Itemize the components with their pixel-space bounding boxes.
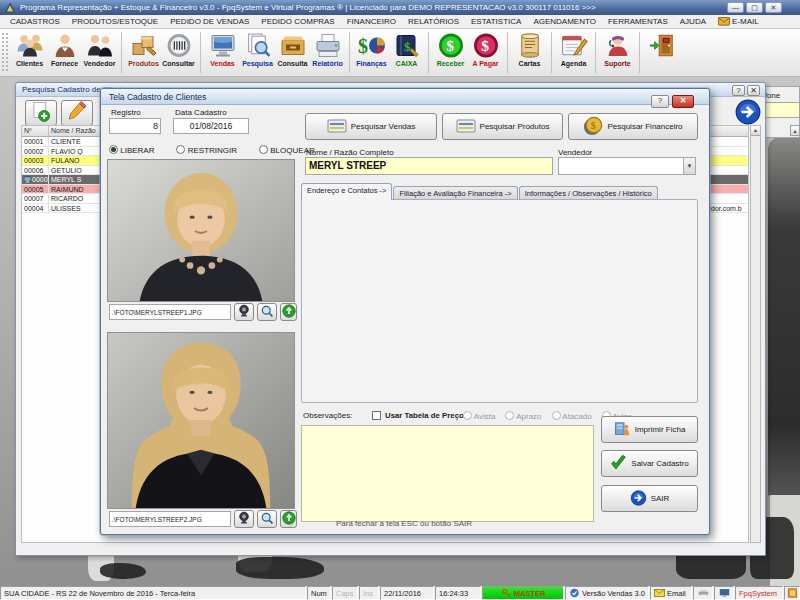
maximize-button[interactable]: ▢ (746, 2, 763, 13)
menu-item-pedido-de-vendas[interactable]: PEDIDO DE VENDAS (164, 16, 255, 27)
monitor-status-icon[interactable] (714, 586, 734, 600)
menu-item-pedido-compras[interactable]: PEDIDO COMPRAS (255, 16, 340, 27)
edit-record-button[interactable] (61, 100, 93, 126)
toolbar-separator (551, 32, 552, 73)
new-record-button[interactable] (25, 100, 57, 126)
button-sair[interactable]: SAIR (601, 485, 698, 512)
data-cadastro-input[interactable] (173, 118, 249, 134)
status-email[interactable]: Email (650, 586, 692, 600)
close-search-button[interactable]: ✕ (747, 85, 760, 96)
clients-icon (16, 32, 44, 61)
app-title-bar: Programa Representação + Estoque & Finan… (0, 0, 800, 15)
status-num: Num (307, 586, 331, 600)
price-radio-atacado[interactable]: Atacado (552, 411, 592, 421)
toolbar-button-a-pagar[interactable]: $A Pagar (468, 30, 503, 75)
menu-item-relat-rios[interactable]: RELATÓRIOS (402, 16, 465, 27)
menu-item-ferramentas[interactable]: FERRAMENTAS (602, 16, 674, 27)
close-button[interactable]: ✕ (765, 2, 782, 13)
toolbar-button-label: Consulta (278, 60, 308, 67)
dialog-close-button[interactable]: ✕ (672, 95, 694, 108)
scroll-up-icon[interactable]: ▲ (790, 125, 800, 136)
toolbar-button-exit[interactable] (644, 30, 679, 75)
photo1-load-button[interactable] (280, 303, 297, 321)
phone-filter-input[interactable] (763, 102, 800, 118)
menu-item-ajuda[interactable]: AJUDA (674, 16, 712, 27)
toolbar-button-label: Clientes (16, 60, 43, 67)
new-record-icon (30, 101, 52, 125)
help-button[interactable]: ? (732, 85, 745, 96)
button-imprimir-ficha[interactable]: Imprimir Ficha (601, 416, 698, 443)
photo1-camera-button[interactable] (234, 303, 254, 321)
status-radio-liberar[interactable]: LIBERAR (109, 145, 154, 155)
toolbar-button-clientes[interactable]: Clientes (12, 30, 47, 75)
menu-item-e-mail[interactable]: E-MAIL (712, 16, 765, 27)
toolbar-button-label: Consultar (162, 60, 195, 67)
price-radio-avista[interactable]: Avista (463, 411, 495, 421)
scroll-up-icon[interactable]: ▲ (751, 126, 760, 136)
toolbar-button-vendedor[interactable]: Vendedor (82, 30, 117, 75)
barcode-icon (165, 32, 193, 61)
cell-num: 00001 (22, 137, 49, 146)
upload-icon (282, 304, 296, 320)
toolbar-button-produtos[interactable]: Produtos (126, 30, 161, 75)
menu-item-financeiro[interactable]: FINANCEIRO (341, 16, 402, 27)
tab-filiacao[interactable]: Filiação e Avaliação Financeira -> (393, 186, 517, 200)
menu-item-cadastros[interactable]: CADASTROS (4, 16, 66, 27)
dialog-title-bar[interactable]: Tela Cadastro de Clientes (101, 89, 709, 105)
nome-input[interactable]: MERYL STREEP (305, 157, 553, 175)
status-bar: SUA CIDADE - RS 22 de Novembro de 2016 -… (0, 586, 800, 600)
button-pesquisar-financeiro[interactable]: $Pesquisar Financeiro (568, 113, 698, 140)
toolbar-button-cartas[interactable]: Cartas (512, 30, 547, 75)
dialog-tabs: Endereço e Contatos ->Filiação e Avaliaç… (301, 183, 659, 200)
button-label: Pesquisar Vendas (351, 122, 416, 131)
status-location: SUA CIDADE - RS 22 de Novembro de 2016 -… (0, 586, 306, 600)
printer-status-icon[interactable] (693, 586, 713, 600)
cell-num: 00008 (22, 175, 49, 184)
toolbar-button-label: CAIXA (396, 60, 418, 67)
photo1-zoom-button[interactable] (257, 303, 277, 321)
magnifier-icon (260, 304, 274, 320)
toolbar-button-caixa[interactable]: $CAIXA (389, 30, 424, 75)
status-caps: Caps (332, 586, 358, 600)
col-header-num[interactable]: Nº (22, 126, 49, 136)
minimize-button[interactable]: — (727, 2, 744, 13)
toolbar-button-relat-rio[interactable]: Relatório (310, 30, 345, 75)
status-radio-restringir[interactable]: RESTRINGIR (176, 145, 237, 155)
photo2-load-button[interactable] (280, 510, 297, 528)
toolbar-button-agenda[interactable]: Agenda (556, 30, 591, 75)
photo2-zoom-button[interactable] (257, 510, 277, 528)
photo1-path-input[interactable] (109, 304, 231, 320)
observacoes-textarea[interactable] (301, 425, 594, 522)
usar-tabela-checkbox[interactable] (372, 411, 381, 420)
table-scrollbar[interactable]: ▲ (750, 125, 761, 543)
dialog-help-button[interactable]: ? (651, 95, 669, 108)
menu-item-agendamento[interactable]: AGENDAMENTO (527, 16, 602, 27)
photo2-camera-button[interactable] (234, 510, 254, 528)
registro-input[interactable] (109, 118, 161, 134)
background-photo-figure (768, 137, 800, 497)
toolbar-button-pesquisa[interactable]: Pesquisa (240, 30, 275, 75)
photo2-path-input[interactable] (109, 511, 231, 527)
products-icon (130, 32, 158, 61)
tab-endereco[interactable]: Endereço e Contatos -> (301, 183, 392, 200)
toolbar-button-vendas[interactable]: Vendas (205, 30, 240, 75)
vendedor-select[interactable]: ▼ (558, 157, 696, 175)
button-salvar-cadastro[interactable]: Salvar Cadastro (601, 450, 698, 477)
toolbar-button-receber[interactable]: $Receber (433, 30, 468, 75)
toolbar-group: Agenda (555, 29, 592, 76)
toolbar-button-suporte[interactable]: Suporte (600, 30, 635, 75)
menu-item-estatistica[interactable]: ESTATISTICA (465, 16, 527, 27)
toolbar-button-consulta[interactable]: Consulta (275, 30, 310, 75)
search-go-button[interactable] (735, 99, 761, 125)
tab-informacoes[interactable]: Informações / Observações / Histórico (519, 186, 658, 200)
button-pesquisar-vendas[interactable]: Pesquisar Vendas (305, 113, 437, 140)
cashbook-icon: $ (393, 32, 421, 61)
menu-item-produtos-estoque[interactable]: PRODUTOS/ESTOQUE (66, 16, 164, 27)
button-pesquisar-produtos[interactable]: Pesquisar Produtos (442, 113, 563, 140)
toolbar-group: $Finanças$CAIXA (353, 29, 425, 76)
toolbar-button-finan-as[interactable]: $Finanças (354, 30, 389, 75)
chevron-down-icon: ▼ (683, 158, 695, 174)
toolbar-button-fornece[interactable]: Fornece (47, 30, 82, 75)
toolbar-button-consultar[interactable]: Consultar (161, 30, 196, 75)
price-radio-aprazo[interactable]: Aprazo (505, 411, 541, 421)
